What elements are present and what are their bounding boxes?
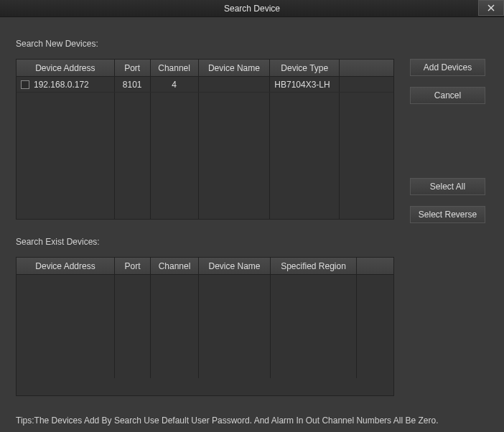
header-region-exist[interactable]: Specified Region [271, 258, 357, 275]
add-devices-button[interactable]: Add Devices [410, 59, 485, 76]
table-row[interactable]: 192.168.0.172 8101 4 HB7104X3-LH [17, 77, 393, 93]
cell-type: HB7104X3-LH [270, 77, 340, 92]
cell-name [199, 77, 271, 92]
row-checkbox[interactable] [21, 80, 29, 89]
exist-table-header: Device Address Port Channel Device Name … [17, 258, 393, 275]
new-devices-table: Device Address Port Channel Device Name … [16, 59, 394, 220]
header-port[interactable]: Port [115, 60, 151, 77]
header-channel-exist[interactable]: Channel [151, 258, 199, 275]
select-reverse-button[interactable]: Select Reverse [410, 206, 485, 223]
search-exist-label: Search Exist Devices: [16, 237, 100, 247]
header-channel[interactable]: Channel [151, 60, 199, 77]
cell-address-text: 192.168.0.172 [34, 80, 89, 90]
header-extra[interactable] [340, 60, 393, 77]
cell-port: 8101 [115, 77, 151, 92]
close-button[interactable] [478, 0, 504, 16]
exist-devices-table: Device Address Port Channel Device Name … [16, 257, 394, 396]
search-new-label: Search New Devices: [16, 39, 98, 49]
content-area: Search New Devices: Device Address Port … [0, 17, 504, 432]
cell-address: 192.168.0.172 [17, 77, 115, 92]
titlebar: Search Device [0, 0, 504, 17]
header-type[interactable]: Device Type [270, 60, 340, 77]
tips-text: Tips:The Devices Add By Search Use Defau… [16, 415, 438, 426]
cancel-button[interactable]: Cancel [410, 87, 485, 104]
header-name-exist[interactable]: Device Name [199, 258, 271, 275]
close-icon [487, 4, 495, 12]
cell-channel: 4 [151, 77, 199, 92]
header-name[interactable]: Device Name [199, 60, 271, 77]
window-title: Search Device [224, 4, 280, 14]
header-address-exist[interactable]: Device Address [17, 258, 115, 275]
header-address[interactable]: Device Address [17, 60, 115, 77]
cell-extra [340, 77, 393, 92]
header-port-exist[interactable]: Port [115, 258, 151, 275]
select-all-button[interactable]: Select All [410, 178, 485, 195]
header-extra-exist[interactable] [357, 258, 393, 275]
new-table-header: Device Address Port Channel Device Name … [17, 60, 393, 77]
